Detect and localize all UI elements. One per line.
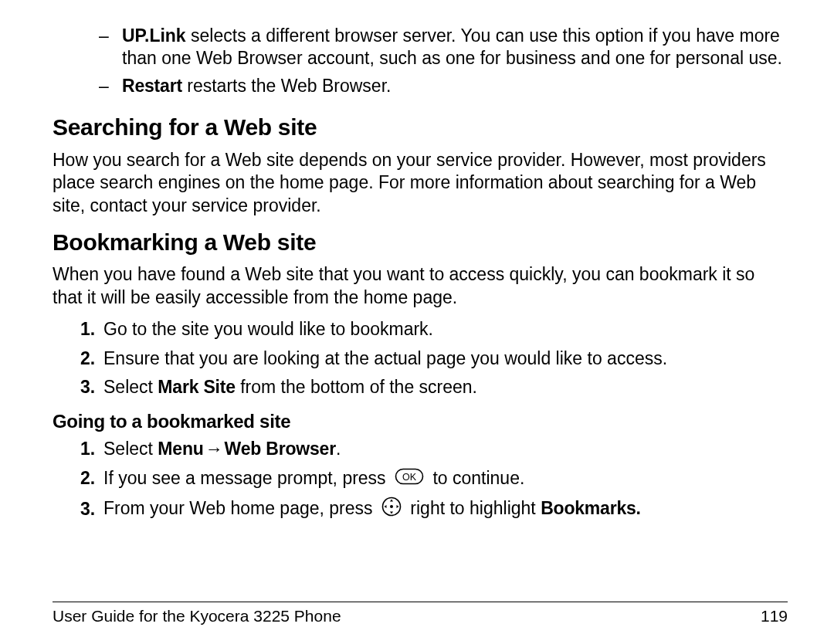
step-text: Go to the site you would like to bookmar… xyxy=(103,318,788,341)
step-text: From your Web home page, press right to … xyxy=(103,497,788,522)
dash-bullet: – xyxy=(99,75,122,97)
bookmarking-heading: Bookmarking a Web site xyxy=(53,228,788,257)
step-post: . xyxy=(336,439,341,459)
list-item: 2. Ensure that you are looking at the ac… xyxy=(80,347,788,370)
svg-marker-5 xyxy=(390,512,393,514)
step-text: Select Mark Site from the bottom of the … xyxy=(103,376,788,398)
step-post-pre: right to highlight xyxy=(410,498,541,518)
dash-bullet: – xyxy=(99,25,122,70)
going-bookmarked-heading: Going to a bookmarked site xyxy=(53,410,788,434)
svg-point-3 xyxy=(390,505,393,508)
dash-item: – Restart restarts the Web Browser. xyxy=(99,75,788,97)
list-item: 1. Select Menu → Web Browser. xyxy=(80,438,788,460)
uplink-label: UP.Link xyxy=(122,25,186,46)
bookmarking-body: When you have found a Web site that you … xyxy=(53,263,788,309)
svg-text:OK: OK xyxy=(402,471,417,482)
going-steps: 1. Select Menu → Web Browser. 2. If you … xyxy=(80,438,788,523)
web-browser-label: Web Browser xyxy=(225,439,336,459)
dash-item: – UP.Link selects a different browser se… xyxy=(99,25,788,70)
list-item: 3. Select Mark Site from the bottom of t… xyxy=(80,376,788,398)
restart-label: Restart xyxy=(122,76,182,96)
uplink-desc: selects a different browser server. You … xyxy=(122,25,782,68)
footer: User Guide for the Kyocera 3225 Phone 11… xyxy=(53,607,788,625)
list-item: 3. From your Web home page, press xyxy=(80,497,788,522)
step-pre: If you see a message prompt, press xyxy=(103,468,391,488)
step-text: Select Menu → Web Browser. xyxy=(103,438,788,460)
step-number: 2. xyxy=(80,347,103,370)
step-text: Ensure that you are looking at the actua… xyxy=(103,347,788,370)
step-number: 3. xyxy=(80,376,103,398)
svg-marker-6 xyxy=(384,505,386,508)
footer-rule xyxy=(53,602,788,602)
ok-button-icon: OK xyxy=(395,468,424,490)
step-pre: Select xyxy=(103,439,158,459)
step-text: If you see a message prompt, press OK to… xyxy=(103,467,788,491)
svg-marker-7 xyxy=(396,505,398,508)
dash-text: UP.Link selects a different browser serv… xyxy=(122,25,788,70)
nav-pad-icon xyxy=(381,497,402,522)
list-item: 1. Go to the site you would like to book… xyxy=(80,318,788,341)
step-post: to continue. xyxy=(432,468,524,488)
step-number: 3. xyxy=(80,498,103,520)
step-number: 1. xyxy=(80,318,103,341)
restart-desc: restarts the Web Browser. xyxy=(182,76,392,96)
arrow-icon: → xyxy=(204,438,225,460)
bookmark-steps: 1. Go to the site you would like to book… xyxy=(80,318,788,398)
list-item: 2. If you see a message prompt, press OK… xyxy=(80,467,788,491)
step-pre: From your Web home page, press xyxy=(103,498,378,518)
step-pre: Select xyxy=(103,377,158,397)
searching-body: How you search for a Web site depends on… xyxy=(53,149,788,217)
bookmarks-label: Bookmarks. xyxy=(541,498,641,518)
dash-text: Restart restarts the Web Browser. xyxy=(122,75,788,97)
page-number: 119 xyxy=(761,607,788,625)
svg-marker-4 xyxy=(390,500,393,502)
searching-heading: Searching for a Web site xyxy=(53,113,788,142)
mark-site-label: Mark Site xyxy=(158,377,235,397)
step-post: from the bottom of the screen. xyxy=(236,377,477,397)
footer-left: User Guide for the Kyocera 3225 Phone xyxy=(53,607,341,625)
menu-label: Menu xyxy=(158,439,203,459)
step-number: 1. xyxy=(80,438,103,460)
dash-list: – UP.Link selects a different browser se… xyxy=(99,25,788,97)
step-number: 2. xyxy=(80,467,103,490)
